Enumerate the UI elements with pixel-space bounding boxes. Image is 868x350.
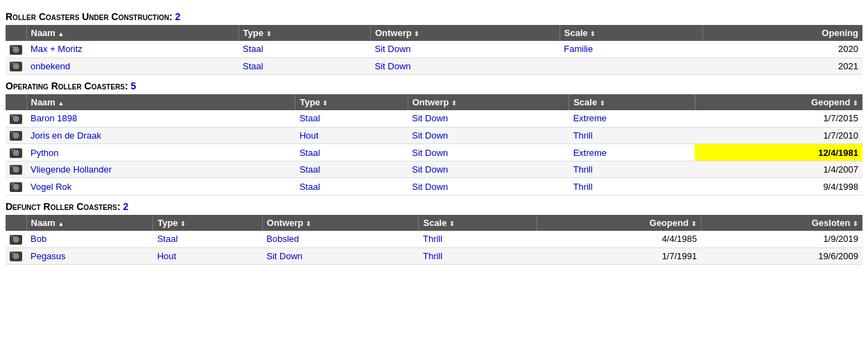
ontwerp-link[interactable]: Sit Down	[266, 251, 302, 261]
scale-link[interactable]: Thrill	[573, 130, 593, 141]
col-header-ontwerp[interactable]: Ontwerp ⇕	[262, 215, 419, 231]
naam-cell: Max + Moritz	[26, 41, 238, 58]
naam-link[interactable]: Vliegende Hollander	[31, 164, 112, 175]
type-link[interactable]: Staal	[300, 182, 320, 192]
type-link[interactable]: Staal	[243, 44, 263, 54]
section-count-under-construction[interactable]: 2	[175, 11, 181, 22]
section-count-defunct[interactable]: 2	[123, 201, 128, 212]
ontwerp-link[interactable]: Sit Down	[374, 61, 410, 71]
ontwerp-cell: Sit Down	[408, 178, 568, 195]
gesloten-cell: 1/9/2019	[701, 231, 862, 247]
table-header-row: Naam ▲Type ⇕Ontwerp ⇕Scale ⇕Opening	[6, 25, 862, 41]
col-header-camera	[6, 215, 26, 231]
scale-cell: Thrill	[569, 127, 695, 144]
scale-link[interactable]: Thrill	[573, 182, 593, 192]
type-link[interactable]: Staal	[157, 234, 178, 244]
table-row: Joris en de DraakHoutSit DownThrill1/7/2…	[6, 127, 862, 144]
table-row: Max + MoritzStaalSit DownFamilie2020	[6, 41, 862, 58]
scale-link[interactable]: Extreme	[573, 113, 607, 123]
ontwerp-cell: Sit Down	[370, 58, 559, 75]
type-link[interactable]: Hout	[300, 130, 318, 141]
col-header-scale[interactable]: Scale ⇕	[419, 215, 537, 231]
table-row: Vogel RokStaalSit DownThrill9/4/1998	[6, 178, 862, 195]
ontwerp-link[interactable]: Sit Down	[412, 182, 448, 192]
camera-cell[interactable]	[6, 161, 26, 178]
geopend-cell: 1/7/2015	[695, 110, 862, 127]
camera-cell[interactable]	[6, 231, 26, 247]
col-header-camera	[6, 94, 26, 110]
type-link[interactable]: Staal	[243, 61, 263, 71]
opening-cell: 2021	[703, 58, 862, 75]
camera-cell[interactable]	[6, 58, 26, 75]
col-header-scale[interactable]: Scale ⇕	[569, 94, 695, 110]
col-header-type[interactable]: Type ⇕	[153, 215, 263, 231]
col-header-type[interactable]: Type ⇕	[295, 94, 408, 110]
col-header-type[interactable]: Type ⇕	[238, 25, 370, 41]
scale-link[interactable]: Extreme	[573, 148, 607, 158]
type-link[interactable]: Hout	[157, 251, 176, 261]
col-header-naam[interactable]: Naam ▲	[26, 25, 238, 41]
ontwerp-link[interactable]: Sit Down	[412, 164, 448, 175]
col-header-geopend[interactable]: Geopend ⇕	[695, 94, 862, 110]
ontwerp-cell: Sit Down	[408, 110, 568, 127]
table-row: BobStaalBobsledThrill4/4/19851/9/2019	[6, 231, 862, 247]
ontwerp-link[interactable]: Sit Down	[374, 44, 410, 54]
camera-cell[interactable]	[6, 247, 26, 265]
col-header-geopend[interactable]: Geopend ⇕	[537, 215, 701, 231]
ontwerp-link[interactable]: Sit Down	[412, 113, 448, 123]
scale-link[interactable]: Thrill	[423, 251, 442, 261]
naam-link[interactable]: Vogel Rok	[31, 182, 71, 192]
camera-cell[interactable]	[6, 127, 26, 144]
table-header-row: Naam ▲Type ⇕Ontwerp ⇕Scale ⇕Geopend ⇕	[6, 94, 862, 110]
camera-cell[interactable]	[6, 144, 26, 161]
naam-link[interactable]: Bob	[31, 234, 46, 244]
scale-cell: Extreme	[569, 110, 695, 127]
naam-link[interactable]: Joris en de Draak	[31, 130, 101, 141]
section-table-under-construction: Naam ▲Type ⇕Ontwerp ⇕Scale ⇕Opening Max …	[6, 25, 862, 75]
type-link[interactable]: Staal	[300, 164, 320, 175]
ontwerp-link[interactable]: Bobsled	[266, 234, 299, 244]
col-header-ontwerp[interactable]: Ontwerp ⇕	[408, 94, 568, 110]
table-row: Vliegende HollanderStaalSit DownThrill1/…	[6, 161, 862, 178]
scale-link[interactable]: Thrill	[423, 234, 442, 244]
col-header-naam[interactable]: Naam ▲	[26, 94, 295, 110]
ontwerp-link[interactable]: Sit Down	[412, 130, 448, 141]
camera-cell[interactable]	[6, 41, 26, 58]
camera-cell[interactable]	[6, 110, 26, 127]
scale-cell: Thrill	[569, 161, 695, 178]
col-header-camera	[6, 25, 26, 41]
col-header-gesloten[interactable]: Gesloten ⇕	[701, 215, 862, 231]
camera-icon	[10, 62, 22, 71]
naam-cell: onbekend	[26, 58, 238, 75]
camera-icon	[10, 114, 22, 124]
naam-cell: Vogel Rok	[26, 178, 295, 195]
section-table-defunct: Naam ▲Type ⇕Ontwerp ⇕Scale ⇕Geopend ⇕Ges…	[6, 215, 862, 265]
naam-link[interactable]: Python	[31, 148, 58, 158]
type-cell: Staal	[295, 178, 408, 195]
type-link[interactable]: Staal	[300, 148, 320, 158]
col-header-ontwerp[interactable]: Ontwerp ⇕	[370, 25, 559, 41]
naam-link[interactable]: Pegasus	[31, 251, 66, 261]
scale-cell: Extreme	[569, 144, 695, 161]
camera-cell[interactable]	[6, 178, 26, 195]
camera-icon	[10, 148, 22, 158]
type-cell: Staal	[238, 41, 370, 58]
table-row: onbekendStaalSit Down2021	[6, 58, 862, 75]
gesloten-cell: 19/6/2009	[701, 247, 862, 265]
table-row: PythonStaalSit DownExtreme12/4/1981	[6, 144, 862, 161]
naam-link[interactable]: onbekend	[31, 61, 70, 71]
naam-link[interactable]: Max + Moritz	[31, 44, 83, 54]
section-count-operating[interactable]: 5	[131, 80, 137, 91]
camera-icon	[10, 45, 22, 55]
col-header-scale[interactable]: Scale ⇕	[559, 25, 703, 41]
scale-link[interactable]: Thrill	[573, 164, 593, 175]
ontwerp-cell: Sit Down	[408, 127, 568, 144]
naam-cell: Baron 1898	[26, 110, 295, 127]
ontwerp-cell: Sit Down	[408, 144, 568, 161]
naam-link[interactable]: Baron 1898	[31, 113, 77, 123]
col-header-naam[interactable]: Naam ▲	[26, 215, 153, 231]
scale-link[interactable]: Familie	[564, 44, 593, 54]
type-cell: Hout	[295, 127, 408, 144]
ontwerp-link[interactable]: Sit Down	[412, 148, 448, 158]
type-link[interactable]: Staal	[300, 113, 320, 123]
